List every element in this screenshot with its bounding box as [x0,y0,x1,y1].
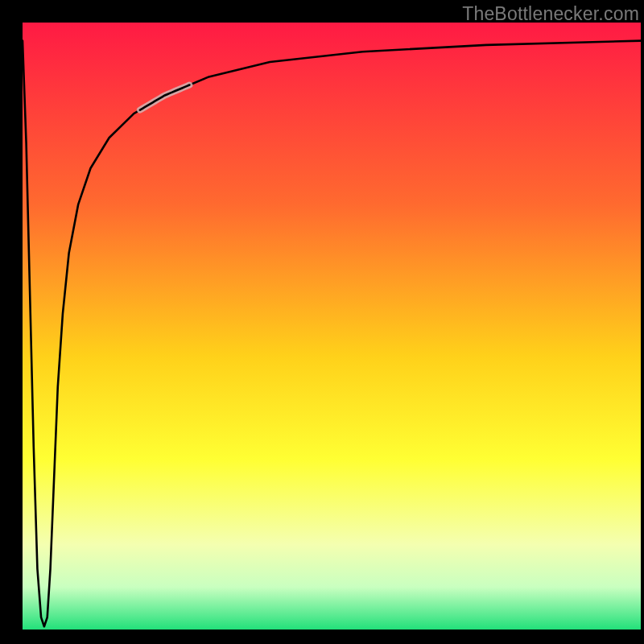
plot-background [23,23,641,630]
bottleneck-chart [0,0,644,644]
chart-stage: TheBottlenecker.com [0,0,644,644]
